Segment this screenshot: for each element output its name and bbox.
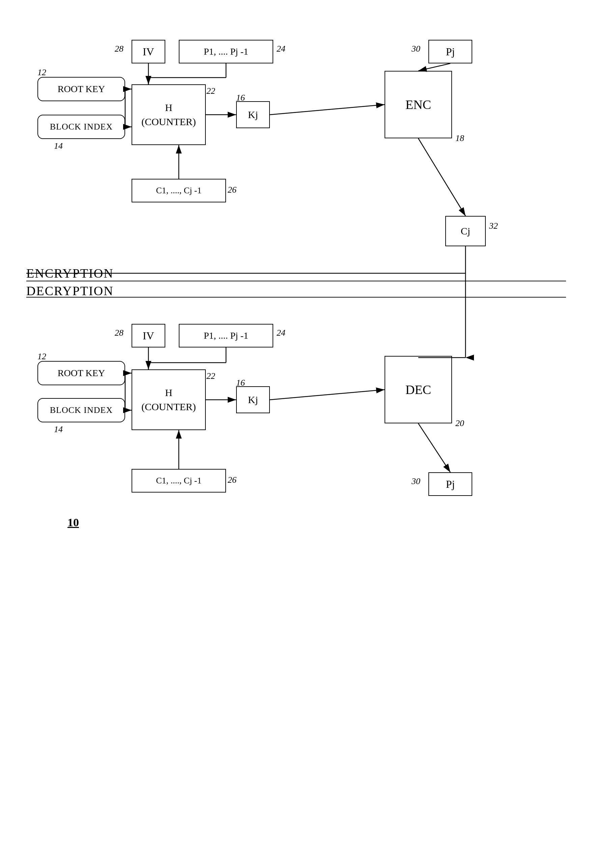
top-p1-box: P1, .... Pj -1	[179, 40, 273, 63]
bot-iv-ref: 28	[115, 328, 124, 338]
divider-line-1	[26, 280, 566, 281]
bot-iv-box: IV	[131, 324, 165, 347]
top-enc-ref: 18	[455, 133, 464, 143]
svg-line-12	[418, 138, 465, 216]
top-h-counter-ref: 22	[207, 86, 215, 96]
top-kj-ref: 16	[236, 93, 245, 103]
diagram-container: ROOT KEY 12 BLOCK INDEX 14 IV 28 P1, ...…	[0, 0, 592, 868]
svg-line-10	[270, 105, 385, 115]
svg-line-25	[270, 390, 385, 400]
top-cj-box: Cj	[445, 216, 486, 246]
svg-line-26	[418, 424, 450, 472]
bot-kj-box: Kj	[236, 386, 270, 413]
top-c1-ref: 26	[228, 185, 236, 195]
encryption-label: ENCRYPTION	[26, 266, 114, 280]
svg-line-11	[418, 63, 450, 71]
bot-p1-ref: 24	[277, 328, 285, 338]
top-iv-box: IV	[131, 40, 165, 63]
top-c1-box: C1, ...., Cj -1	[131, 179, 226, 202]
top-pj-ref: 30	[412, 44, 420, 54]
bot-h-counter-box: H(COUNTER)	[131, 369, 206, 430]
top-kj-box: Kj	[236, 101, 270, 128]
divider-line-2	[26, 297, 566, 298]
bot-dec-ref: 20	[455, 418, 464, 428]
top-p1-ref: 24	[277, 44, 285, 54]
bot-root-key-box: ROOT KEY	[37, 361, 125, 385]
top-root-key-box: ROOT KEY	[37, 77, 125, 101]
bot-root-key-ref: 12	[37, 351, 46, 362]
top-pj-box: Pj	[428, 40, 472, 63]
bot-dec-box: DEC	[385, 356, 452, 424]
decryption-label: DECRYPTION	[26, 283, 114, 298]
bot-c1-box: C1, ...., Cj -1	[131, 469, 226, 493]
bot-p1-box: P1, .... Pj -1	[179, 324, 273, 347]
bot-kj-ref: 16	[236, 378, 245, 388]
top-block-index-ref: 14	[54, 141, 63, 151]
top-root-key-ref: 12	[37, 68, 46, 78]
top-block-index-box: BLOCK INDEX	[37, 115, 125, 139]
bot-pj-box: Pj	[428, 472, 472, 496]
bot-block-index-box: BLOCK INDEX	[37, 398, 125, 422]
bot-pj-ref: 30	[412, 476, 420, 486]
figure-label: 10	[68, 516, 79, 529]
bot-block-index-ref: 14	[54, 424, 63, 434]
top-enc-box: ENC	[385, 71, 452, 138]
bot-c1-ref: 26	[228, 475, 236, 485]
top-cj-ref: 32	[489, 221, 498, 231]
top-iv-ref: 28	[115, 44, 124, 54]
bot-h-counter-ref: 22	[207, 371, 215, 381]
top-h-counter-box: H (COUNTER)	[131, 84, 206, 145]
